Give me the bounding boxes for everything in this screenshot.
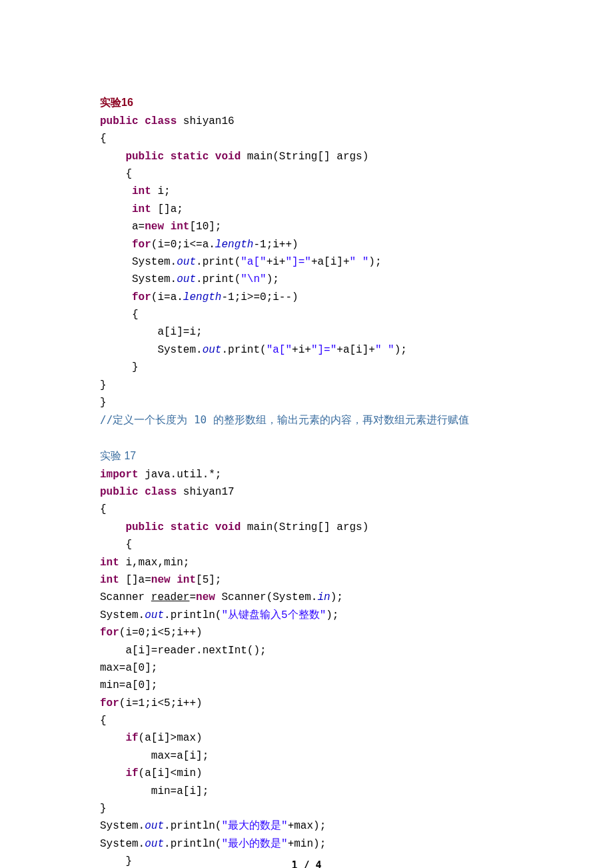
- kw-public: public: [100, 486, 139, 498]
- string-literal: "\n": [241, 273, 266, 285]
- code-text: );: [267, 273, 279, 285]
- code-text: a=: [100, 221, 145, 233]
- code-text: System.: [100, 609, 145, 621]
- kw-int: int: [100, 574, 119, 586]
- kw-if: if: [125, 732, 138, 744]
- section-title-17: 实验 17: [100, 450, 136, 461]
- string-literal: " ": [349, 256, 368, 268]
- code-text: min=a[0];: [100, 679, 157, 691]
- kw-new: new: [151, 574, 171, 586]
- kw-int: int: [132, 185, 151, 197]
- code-text: =: [189, 591, 196, 603]
- string-literal: "最大的数是": [221, 820, 287, 832]
- var-decl: i;: [151, 185, 171, 197]
- class-name: shiyan16: [177, 115, 234, 127]
- kw-int: int: [132, 203, 151, 215]
- kw-int: int: [171, 221, 190, 233]
- method-sig: main(String[] args): [241, 521, 368, 533]
- code-block: 实验16 public class shiyan16 { public stat…: [100, 77, 513, 868]
- section-title-16: 实验16: [100, 97, 133, 108]
- string-literal: "]=": [285, 256, 310, 268]
- code-text: System.: [100, 256, 177, 268]
- brace: }: [100, 361, 139, 373]
- code-text: );: [368, 256, 381, 268]
- code-text: );: [326, 609, 338, 621]
- code-text: (i=0;i<5;i++): [119, 627, 203, 639]
- brace: {: [100, 715, 107, 727]
- brace: {: [100, 133, 107, 145]
- indent: [100, 185, 132, 197]
- indent: [100, 203, 132, 215]
- code-text: +max);: [288, 820, 326, 832]
- string-literal: " ": [375, 344, 394, 356]
- kw-static: static: [171, 151, 209, 163]
- code-text: .println(: [164, 838, 221, 850]
- kw-import: import: [100, 469, 139, 481]
- string-literal: "a[": [241, 256, 266, 268]
- string-literal: "从键盘输入5个整数": [221, 609, 326, 621]
- kw-public: public: [100, 115, 139, 127]
- code-text: a[i]=reader.nextInt();: [100, 645, 267, 657]
- kw-class: class: [145, 486, 177, 498]
- kw-for: for: [132, 291, 151, 303]
- field-out: out: [177, 256, 196, 268]
- kw-new: new: [145, 221, 164, 233]
- code-text: System.: [100, 820, 145, 832]
- kw-public: public: [125, 521, 164, 533]
- document-page: 实验16 public class shiyan16 { public stat…: [0, 0, 613, 868]
- code-text: );: [330, 591, 343, 603]
- kw-static: static: [171, 521, 209, 533]
- indent: [100, 151, 125, 163]
- code-text: max=a[i];: [100, 750, 209, 762]
- code-text: .println(: [164, 820, 221, 832]
- kw-int: int: [177, 574, 196, 586]
- kw-class: class: [145, 115, 177, 127]
- code-text: a[i]=i;: [100, 326, 203, 338]
- kw-for: for: [100, 697, 119, 709]
- code-text: Scanner(System.: [215, 591, 318, 603]
- code-text: .print(: [221, 344, 266, 356]
- brace: {: [100, 168, 132, 180]
- indent: [100, 291, 132, 303]
- comment-line: //定义一个长度为 10 的整形数组，输出元素的内容，再对数组元素进行赋值: [100, 413, 469, 426]
- string-literal: "a[": [267, 344, 292, 356]
- string-literal: "]=": [311, 344, 336, 356]
- indent: [100, 732, 125, 744]
- page-number: 1 / 4: [0, 857, 613, 868]
- kw-public: public: [125, 151, 164, 163]
- code-text: max=a[0];: [100, 662, 157, 674]
- var-decl: i,max,min;: [119, 557, 190, 569]
- brace: {: [100, 503, 107, 515]
- kw-int: int: [100, 557, 119, 569]
- code-text: System.: [100, 344, 203, 356]
- field-length: length: [215, 239, 254, 251]
- code-text: +a[i]+: [336, 344, 375, 356]
- field-out: out: [145, 609, 164, 621]
- brace: {: [100, 539, 132, 551]
- kw-if: if: [125, 767, 138, 779]
- code-text: [10];: [189, 221, 221, 233]
- code-text: Scanner: [100, 591, 151, 603]
- class-name: shiyan17: [177, 486, 234, 498]
- code-text: +a[i]+: [311, 256, 350, 268]
- code-text: );: [394, 344, 407, 356]
- kw-void: void: [215, 151, 241, 163]
- kw-for: for: [100, 627, 119, 639]
- indent: [100, 239, 132, 251]
- kw-void: void: [215, 521, 241, 533]
- code-text: [5];: [196, 574, 221, 586]
- code-text: System.: [100, 273, 177, 285]
- code-text: +i+: [292, 344, 311, 356]
- kw-new: new: [196, 591, 215, 603]
- method-sig: main(String[] args): [241, 151, 368, 163]
- code-text: .println(: [164, 609, 221, 621]
- var-decl: []a;: [151, 203, 183, 215]
- field-out: out: [145, 838, 164, 850]
- kw-for: for: [132, 239, 151, 251]
- code-text: (i=1;i<5;i++): [119, 697, 203, 709]
- code-text: +i+: [267, 256, 286, 268]
- field-length: length: [183, 291, 222, 303]
- var-reader: reader: [151, 591, 190, 603]
- code-text: min=a[i];: [100, 785, 209, 797]
- code-text: System.: [100, 838, 145, 850]
